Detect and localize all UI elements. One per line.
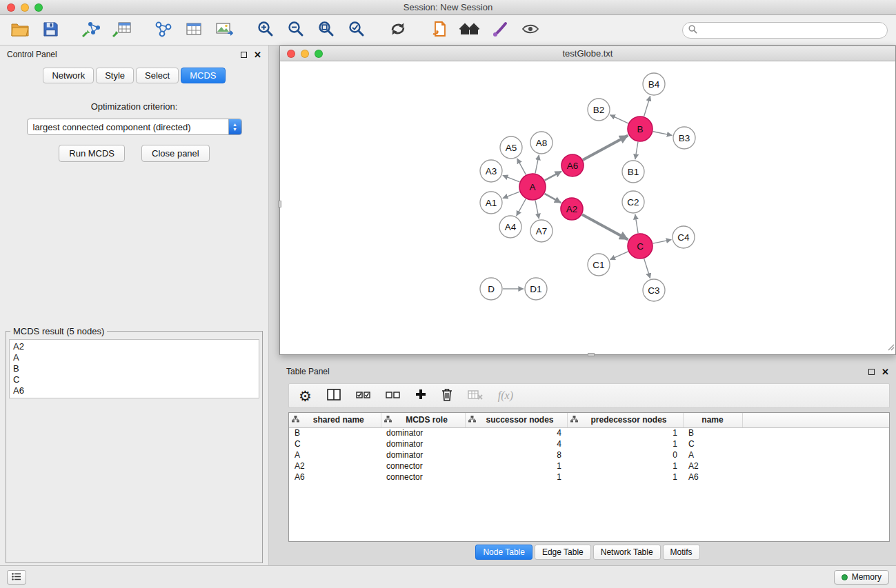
deselect-all-icon	[386, 389, 400, 402]
graph-edge-A-A6[interactable]	[545, 171, 561, 180]
select-all-button[interactable]	[356, 385, 370, 406]
add-column-button[interactable]	[415, 385, 426, 406]
search-input[interactable]	[701, 26, 882, 35]
table-row[interactable]: Adominator80A	[289, 449, 890, 460]
zoom-window-button[interactable]	[34, 3, 43, 12]
delete-table-button[interactable]	[468, 385, 483, 406]
import-network-button[interactable]	[80, 19, 103, 41]
annotations-button[interactable]	[428, 19, 451, 41]
show-columns-button[interactable]	[327, 385, 341, 406]
mcds-result-item[interactable]: B	[13, 363, 255, 374]
resize-handle-bottom[interactable]	[588, 353, 595, 356]
mcds-result-item[interactable]: A6	[13, 385, 255, 396]
graph-edge-B-B2[interactable]	[610, 115, 628, 123]
new-table-button[interactable]	[182, 19, 206, 41]
new-network-button[interactable]	[152, 19, 175, 41]
home-button[interactable]	[458, 19, 481, 41]
graph-edge-A-A7[interactable]	[535, 201, 539, 219]
close-panel-icon[interactable]: ✕	[254, 50, 261, 59]
close-window-button[interactable]	[7, 3, 15, 12]
network-canvas[interactable]: AA6A2BCA5A8A3A1A4A7B2B4B3B1C2C4C1C3DD1	[280, 61, 895, 354]
gear-icon: ⚙	[299, 389, 312, 403]
graph-edge-A2-C[interactable]	[582, 214, 628, 239]
tab-motifs[interactable]: Motifs	[663, 545, 700, 560]
graph-edge-A-A2[interactable]	[544, 194, 561, 203]
export-image-button[interactable]	[212, 19, 236, 41]
function-builder-button[interactable]: f(x)	[498, 385, 513, 406]
window-controls	[7, 3, 43, 12]
graph-edge-A-A8[interactable]	[535, 155, 539, 174]
zoom-selected-button[interactable]	[345, 19, 368, 41]
task-history-button[interactable]	[7, 570, 26, 585]
zoom-fit-button[interactable]	[315, 19, 338, 41]
home-icon	[459, 21, 480, 39]
graph-edge-A-A3[interactable]	[503, 175, 520, 181]
node-table-body: Bdominator41BCdominator41CAdominator80AA…	[289, 427, 890, 483]
table-row[interactable]: Bdominator41B	[289, 427, 890, 438]
delete-column-button[interactable]	[441, 385, 452, 406]
minimize-window-button[interactable]	[21, 3, 29, 12]
save-session-button[interactable]	[39, 19, 62, 41]
search-box[interactable]	[682, 22, 888, 39]
close-table-panel-icon[interactable]: ✕	[882, 367, 889, 376]
table-row[interactable]: A6connector11A6	[289, 472, 890, 483]
graph-edge-B-B3[interactable]	[653, 132, 673, 136]
network-zoom-button[interactable]	[315, 50, 323, 58]
graph-edge-A-A1[interactable]	[503, 192, 520, 198]
style-paint-button[interactable]	[488, 19, 512, 41]
table-row[interactable]: A2connector11A2	[289, 460, 890, 472]
criterion-dropdown[interactable]: largest connected component (directed) ▲…	[27, 119, 242, 135]
graph-edge-B-B1[interactable]	[635, 142, 638, 159]
network-workspace: testGlobe.txt AA6A2BCA5A8A3A1A4A7B2B4B3B…	[269, 45, 896, 565]
import-table-icon	[112, 21, 132, 39]
zoom-out-button[interactable]	[284, 19, 308, 41]
tab-mcds[interactable]: MCDS	[181, 68, 225, 83]
table-row[interactable]: Cdominator41C	[289, 438, 890, 449]
table-panel-header: Table Panel ✕	[279, 363, 896, 381]
column-header-predecessor-nodes[interactable]: predecessor nodes	[567, 413, 683, 427]
float-panel-icon[interactable]	[241, 52, 247, 58]
mcds-result-item[interactable]: A	[13, 352, 255, 363]
graph-edge-A-A4[interactable]	[517, 199, 526, 216]
memory-button[interactable]: Memory	[834, 570, 889, 585]
graph-edge-A-A5[interactable]	[517, 159, 526, 175]
float-table-panel-icon[interactable]	[868, 369, 875, 375]
tab-select[interactable]: Select	[136, 68, 179, 83]
graph-edge-A6-B[interactable]	[583, 136, 628, 160]
network-minimize-button[interactable]	[301, 50, 309, 58]
close-panel-button[interactable]: Close panel	[141, 145, 210, 162]
import-table-button[interactable]	[110, 19, 134, 41]
mcds-result-item[interactable]: A2	[13, 341, 255, 352]
zoom-selected-icon	[348, 21, 365, 39]
network-close-button[interactable]	[287, 50, 295, 58]
graph-edge-B-B4[interactable]	[644, 96, 650, 116]
column-header-mcds-role[interactable]: MCDS role	[381, 413, 465, 427]
resize-grip-icon[interactable]	[886, 341, 895, 354]
show-graphics-details-button[interactable]	[519, 19, 542, 41]
graph-edge-C-C3[interactable]	[644, 258, 650, 278]
tab-edge-table[interactable]: Edge Table	[535, 545, 591, 560]
mcds-result-item[interactable]: C	[13, 374, 255, 385]
run-mcds-button[interactable]: Run MCDS	[59, 145, 125, 162]
tab-style[interactable]: Style	[96, 68, 134, 83]
graph-edge-C-C1[interactable]	[610, 252, 628, 260]
graph-node-label: C2	[627, 197, 639, 207]
apply-layout-button[interactable]	[386, 19, 410, 41]
column-header-name[interactable]: name	[683, 413, 742, 427]
tab-network-table[interactable]: Network Table	[593, 545, 661, 560]
graph-node-label: A7	[536, 226, 548, 236]
column-header-shared-name[interactable]: shared name	[289, 413, 381, 427]
mcds-result-list[interactable]: A2ABCA6	[9, 339, 259, 398]
graph-edge-C-C2[interactable]	[635, 214, 638, 233]
table-settings-button[interactable]: ⚙	[299, 385, 312, 406]
tab-node-table[interactable]: Node Table	[475, 545, 532, 560]
open-session-button[interactable]	[8, 19, 32, 41]
graph-edge-C-C4[interactable]	[653, 240, 672, 244]
graph-node-label: A4	[505, 222, 517, 232]
mcds-result-title: MCDS result (5 nodes)	[10, 326, 107, 336]
zoom-in-button[interactable]	[254, 19, 277, 41]
deselect-all-button[interactable]	[386, 385, 400, 406]
resize-handle-left[interactable]	[278, 201, 281, 207]
tab-network[interactable]: Network	[43, 68, 94, 83]
column-header-successor-nodes[interactable]: successor nodes	[465, 413, 567, 427]
